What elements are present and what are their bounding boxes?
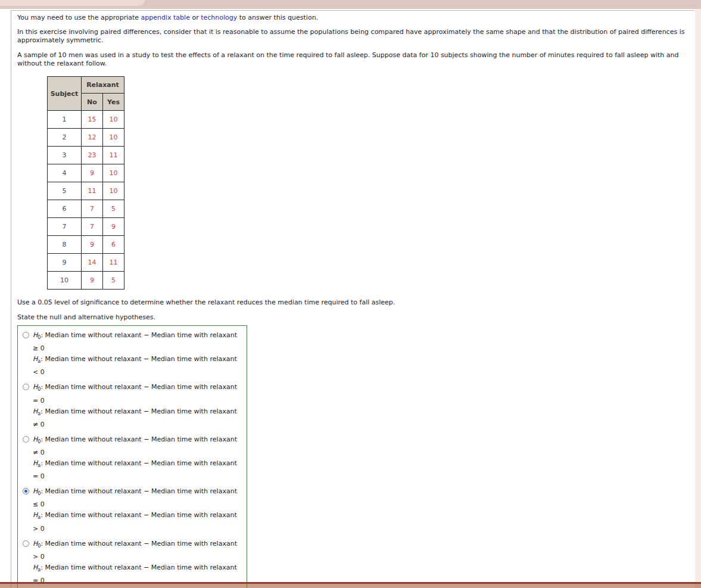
subject-cell: 5 <box>48 182 82 200</box>
no-cell: 15 <box>82 111 103 129</box>
right-margin-strip <box>695 9 701 588</box>
yes-cell: 10 <box>103 129 124 147</box>
appendix-table-link[interactable]: appendix table <box>141 14 190 21</box>
window-bottom-shade <box>0 584 701 588</box>
subject-cell: 9 <box>48 254 82 272</box>
no-cell: 7 <box>82 200 103 218</box>
subject-cell: 6 <box>48 200 82 218</box>
sample-description: A sample of 10 men was used in a study t… <box>17 51 694 68</box>
table-row: 896 <box>48 236 124 254</box>
state-hypotheses-instruction: State the null and alternative hypothese… <box>17 313 694 322</box>
h0-statement: H0: Median time without relaxant − Media… <box>33 539 242 562</box>
hypothesis-option-1: H0: Median time without relaxant − Media… <box>23 330 242 378</box>
h0-statement: H0: Median time without relaxant − Media… <box>33 434 242 458</box>
relaxant-data-table: Subject Relaxant No Yes 11510 21210 3231… <box>47 76 124 290</box>
yes-cell: 10 <box>103 111 124 129</box>
no-cell: 7 <box>82 218 103 236</box>
subject-cell: 3 <box>48 147 82 164</box>
no-cell: 12 <box>82 129 103 147</box>
hypotheses-answer-box: H0: Median time without relaxant − Media… <box>17 325 247 588</box>
ha-statement: Ha: Median time without relaxant − Media… <box>33 510 242 534</box>
yes-cell: 6 <box>103 236 124 254</box>
window-top-tab <box>0 0 145 6</box>
radio-hypothesis-4[interactable] <box>23 488 29 494</box>
exercise-description: In this exercise involving paired differ… <box>17 28 694 45</box>
instructions-text-mid: or <box>190 14 201 21</box>
no-cell: 9 <box>82 272 103 290</box>
hypothesis-option-2: H0: Median time without relaxant − Media… <box>23 382 242 430</box>
hypothesis-option-5: H0: Median time without relaxant − Media… <box>23 539 242 586</box>
yes-cell: 5 <box>103 200 124 218</box>
instructions-text-post: to answer this question. <box>237 14 318 21</box>
yes-cell: 11 <box>103 254 124 272</box>
col-header-no: No <box>82 94 103 111</box>
no-cell: 9 <box>82 164 103 182</box>
h0-statement: H0: Median time without relaxant − Media… <box>33 486 242 510</box>
radio-hypothesis-3[interactable] <box>23 436 29 443</box>
subject-cell: 10 <box>48 272 82 290</box>
subject-cell: 1 <box>48 111 82 129</box>
table-row: 779 <box>48 218 124 236</box>
subject-cell: 7 <box>48 218 82 236</box>
subject-cell: 8 <box>48 236 82 254</box>
no-cell: 11 <box>82 182 103 200</box>
h0-statement: H0: Median time without relaxant − Media… <box>33 382 242 406</box>
col-header-yes: Yes <box>103 94 124 111</box>
instructions-line: You may need to use the appropriate appe… <box>17 14 694 22</box>
col-header-relaxant: Relaxant <box>82 77 124 94</box>
ha-statement: Ha: Median time without relaxant − Media… <box>33 458 242 482</box>
radio-hypothesis-1[interactable] <box>23 332 29 338</box>
no-cell: 9 <box>82 236 103 254</box>
table-row: 4910 <box>48 164 124 182</box>
hypothesis-option-3: H0: Median time without relaxant − Media… <box>23 434 242 482</box>
table-row: 51110 <box>48 182 124 200</box>
table-row: 91411 <box>48 254 124 272</box>
ha-statement: Ha: Median time without relaxant − Media… <box>33 354 242 378</box>
yes-cell: 5 <box>103 272 124 290</box>
radio-hypothesis-2[interactable] <box>23 384 29 390</box>
yes-cell: 9 <box>103 218 124 236</box>
significance-instruction: Use a 0.05 level of significance to dete… <box>17 298 694 307</box>
table-row: 1095 <box>48 272 124 290</box>
radio-hypothesis-5[interactable] <box>23 540 29 547</box>
no-cell: 23 <box>82 147 103 164</box>
ha-statement: Ha: Median time without relaxant − Media… <box>33 406 242 430</box>
technology-link[interactable]: technology <box>201 14 237 21</box>
question-panel: You may need to use the appropriate appe… <box>11 10 694 587</box>
instructions-text-pre: You may need to use the appropriate <box>17 14 141 21</box>
yes-cell: 10 <box>103 164 124 182</box>
table-row: 32311 <box>48 147 124 164</box>
table-row: 675 <box>48 200 124 218</box>
subject-cell: 2 <box>48 129 82 147</box>
no-cell: 14 <box>82 254 103 272</box>
h0-statement: H0: Median time without relaxant − Media… <box>33 330 242 354</box>
col-header-subject: Subject <box>48 77 82 111</box>
yes-cell: 10 <box>103 182 124 200</box>
hypothesis-option-4: H0: Median time without relaxant − Media… <box>23 486 242 534</box>
yes-cell: 11 <box>103 147 124 164</box>
table-row: 11510 <box>48 111 124 129</box>
subject-cell: 4 <box>48 164 82 182</box>
table-row: 21210 <box>48 129 124 147</box>
